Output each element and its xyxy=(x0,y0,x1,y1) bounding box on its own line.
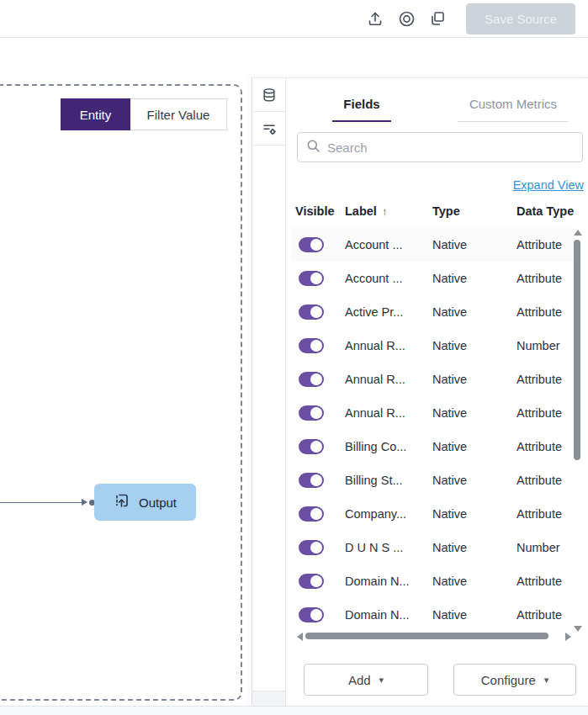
table-row[interactable]: D U N S ... Native Number xyxy=(291,531,575,564)
field-type-cell: Native xyxy=(432,575,467,588)
column-header-label[interactable]: Label↑ xyxy=(345,204,387,218)
field-data-type-cell: Number xyxy=(516,541,560,554)
table-row[interactable]: Domain N... Native Attribute xyxy=(291,564,575,598)
search-input[interactable] xyxy=(327,140,574,155)
visibility-toggle[interactable] xyxy=(299,271,324,286)
toggle-knob xyxy=(310,306,322,318)
output-node[interactable]: Output xyxy=(94,484,196,521)
field-type-cell: Native xyxy=(432,305,467,319)
tab-custom-metrics-label: Custom Metrics xyxy=(469,97,557,111)
tab-fields[interactable]: Fields xyxy=(286,85,437,122)
field-type-cell: Native xyxy=(432,608,467,622)
output-node-label: Output xyxy=(139,495,177,510)
scroll-down-arrow-icon[interactable] xyxy=(574,626,582,632)
database-icon[interactable] xyxy=(252,78,286,112)
panel-icon-rail xyxy=(252,78,286,706)
field-type-cell: Native xyxy=(432,541,467,554)
visibility-toggle[interactable] xyxy=(299,506,324,522)
expand-view-link[interactable]: Expand View xyxy=(513,178,584,192)
field-data-type-cell: Attribute xyxy=(516,440,562,453)
export-icon xyxy=(114,492,130,512)
visibility-toggle[interactable] xyxy=(299,305,324,320)
table-row[interactable]: Account ... Native Attribute xyxy=(291,228,575,262)
connector-arrowhead-icon xyxy=(82,499,87,506)
field-data-type-cell: Attribute xyxy=(516,608,562,622)
field-label-cell: Account ... xyxy=(345,238,403,252)
scroll-left-arrow-icon[interactable] xyxy=(297,633,303,641)
toggle-knob xyxy=(310,575,322,587)
horizontal-scrollbar-thumb[interactable] xyxy=(305,633,548,639)
scroll-right-arrow-icon[interactable] xyxy=(565,633,571,641)
horizontal-scrollbar[interactable] xyxy=(297,632,571,640)
field-label-cell: Annual R... xyxy=(345,373,405,386)
bottom-strip xyxy=(0,706,588,715)
eye-icon[interactable] xyxy=(397,9,416,28)
field-label-cell: Billing St... xyxy=(345,474,403,487)
field-label-cell: Active Pr... xyxy=(345,305,403,319)
tab-filter-value[interactable]: Filter Value xyxy=(130,98,227,130)
designer-canvas[interactable] xyxy=(0,84,242,701)
field-label-cell: Billing Co... xyxy=(345,440,406,453)
field-type-cell: Native xyxy=(432,507,467,521)
field-table-body: Account ... Native Attribute Account ...… xyxy=(291,228,575,632)
rail-bottom-cell xyxy=(252,691,285,706)
visibility-toggle[interactable] xyxy=(299,439,324,454)
sort-ascending-icon[interactable]: ↑ xyxy=(382,205,388,218)
visibility-toggle[interactable] xyxy=(299,607,324,622)
field-type-cell: Native xyxy=(432,373,467,386)
column-header-type[interactable]: Type xyxy=(432,204,460,218)
table-row[interactable]: Billing St... Native Attribute xyxy=(291,463,575,497)
scroll-up-arrow-icon[interactable] xyxy=(574,230,582,236)
column-header-label-text: Label xyxy=(345,204,377,218)
field-type-cell: Native xyxy=(432,272,467,285)
table-header: Visible Label↑ Type Data Type xyxy=(286,204,576,221)
visibility-toggle[interactable] xyxy=(299,574,324,589)
field-data-type-cell: Attribute xyxy=(516,575,562,588)
visibility-toggle[interactable] xyxy=(299,473,324,488)
vertical-scrollbar[interactable] xyxy=(573,230,581,633)
tab-entity[interactable]: Entity xyxy=(61,98,130,130)
column-header-data-type[interactable]: Data Type xyxy=(516,204,574,218)
table-row[interactable]: Active Pr... Native Attribute xyxy=(291,295,575,329)
table-row[interactable]: Company... Native Attribute xyxy=(291,497,575,531)
toggle-knob xyxy=(310,609,322,621)
visibility-toggle[interactable] xyxy=(299,540,324,555)
app-root: Save Source Entity Filter Value Output xyxy=(0,0,588,715)
chevron-down-icon: ▾ xyxy=(379,675,384,686)
search-icon xyxy=(306,139,320,156)
add-button[interactable]: Add ▾ xyxy=(304,664,428,696)
column-header-visible[interactable]: Visible xyxy=(295,204,334,218)
table-row[interactable]: Domain N... Native Attribute xyxy=(291,598,575,632)
toggle-knob xyxy=(310,508,322,520)
visibility-toggle[interactable] xyxy=(299,372,324,387)
visibility-toggle[interactable] xyxy=(299,237,324,252)
toggle-knob xyxy=(310,474,322,486)
field-settings-icon[interactable] xyxy=(252,112,286,146)
field-data-type-cell: Attribute xyxy=(516,373,562,386)
copy-icon[interactable] xyxy=(428,9,447,28)
table-row[interactable]: Annual R... Native Number xyxy=(291,329,575,363)
field-label-cell: Domain N... xyxy=(345,608,410,622)
field-label-cell: Domain N... xyxy=(345,575,410,588)
toggle-knob xyxy=(310,239,322,251)
upload-icon[interactable] xyxy=(366,9,384,28)
tab-fields-label: Fields xyxy=(343,97,379,111)
field-data-type-cell: Attribute xyxy=(516,474,562,487)
table-row[interactable]: Annual R... Native Attribute xyxy=(291,396,575,430)
visibility-toggle[interactable] xyxy=(299,405,324,421)
save-source-button[interactable]: Save Source xyxy=(466,3,575,34)
field-data-type-cell: Attribute xyxy=(516,305,562,319)
table-row[interactable]: Annual R... Native Attribute xyxy=(291,363,575,396)
fields-panel: Fields Custom Metrics Expand View Visibl… xyxy=(252,77,588,705)
configure-button-label: Configure xyxy=(481,673,536,687)
visibility-toggle[interactable] xyxy=(299,338,324,353)
field-label-cell: D U N S ... xyxy=(345,541,403,554)
table-row[interactable]: Billing Co... Native Attribute xyxy=(291,430,575,463)
field-data-type-cell: Attribute xyxy=(516,272,562,285)
tab-custom-metrics[interactable]: Custom Metrics xyxy=(437,85,588,122)
field-type-cell: Native xyxy=(432,238,467,252)
table-row[interactable]: Account ... Native Attribute xyxy=(291,262,575,295)
field-label-cell: Annual R... xyxy=(345,406,405,420)
vertical-scrollbar-thumb[interactable] xyxy=(574,240,580,460)
configure-button[interactable]: Configure ▾ xyxy=(453,664,576,696)
